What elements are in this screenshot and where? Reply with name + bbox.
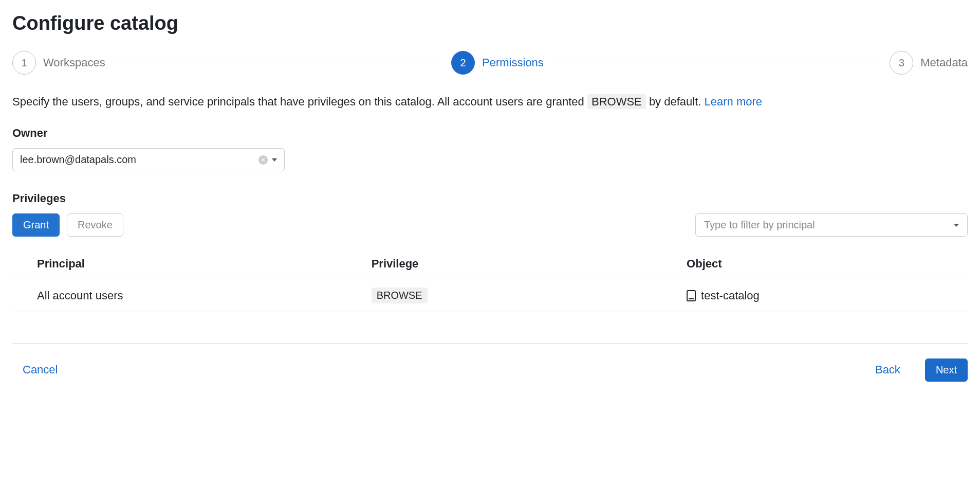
cell-object: test-catalog [662, 279, 968, 312]
object-name: test-catalog [701, 289, 760, 302]
cell-privilege: BROWSE [347, 279, 662, 312]
privilege-badge: BROWSE [372, 288, 428, 303]
chevron-down-icon[interactable] [954, 224, 959, 227]
description-before: Specify the users, groups, and service p… [12, 95, 587, 108]
step-divider [554, 63, 879, 63]
next-button[interactable]: Next [925, 358, 968, 382]
table-row[interactable]: All account users BROWSE test-catalog [12, 279, 968, 312]
description-after: by default. [649, 95, 705, 108]
privileges-table: Principal Privilege Object All account u… [12, 249, 968, 312]
step-number-3: 3 [890, 51, 913, 75]
step-workspaces[interactable]: 1 Workspaces [12, 51, 105, 75]
wizard-footer: Cancel Back Next [12, 343, 968, 382]
cell-principal: All account users [12, 279, 347, 312]
wizard-stepper: 1 Workspaces 2 Permissions 3 Metadata [12, 51, 968, 75]
header-principal: Principal [12, 249, 347, 279]
step-label-workspaces: Workspaces [43, 56, 105, 69]
privileges-label: Privileges [12, 192, 968, 205]
owner-select[interactable]: lee.brown@datapals.com ✕ [12, 148, 285, 171]
step-metadata[interactable]: 3 Metadata [890, 51, 968, 75]
header-object: Object [662, 249, 968, 279]
step-number-1: 1 [12, 51, 36, 75]
revoke-button[interactable]: Revoke [67, 213, 123, 237]
owner-value: lee.brown@datapals.com [20, 154, 136, 166]
step-label-metadata: Metadata [920, 56, 968, 69]
step-number-2: 2 [451, 51, 475, 75]
cancel-button[interactable]: Cancel [12, 358, 68, 382]
header-privilege: Privilege [347, 249, 662, 279]
step-divider [116, 63, 441, 63]
clear-icon[interactable]: ✕ [258, 155, 268, 165]
back-button[interactable]: Back [865, 358, 911, 382]
description-text: Specify the users, groups, and service p… [12, 93, 968, 110]
step-permissions[interactable]: 2 Permissions [451, 51, 544, 75]
grant-button[interactable]: Grant [12, 213, 60, 237]
chevron-down-icon[interactable] [272, 158, 277, 162]
page-title: Configure catalog [12, 12, 968, 34]
filter-placeholder: Type to filter by principal [704, 219, 815, 231]
learn-more-link[interactable]: Learn more [705, 95, 763, 108]
owner-label: Owner [12, 127, 968, 140]
step-label-permissions: Permissions [482, 56, 544, 69]
browse-tag: BROWSE [587, 94, 646, 109]
filter-principal-select[interactable]: Type to filter by principal [695, 213, 968, 237]
catalog-icon [687, 290, 696, 301]
